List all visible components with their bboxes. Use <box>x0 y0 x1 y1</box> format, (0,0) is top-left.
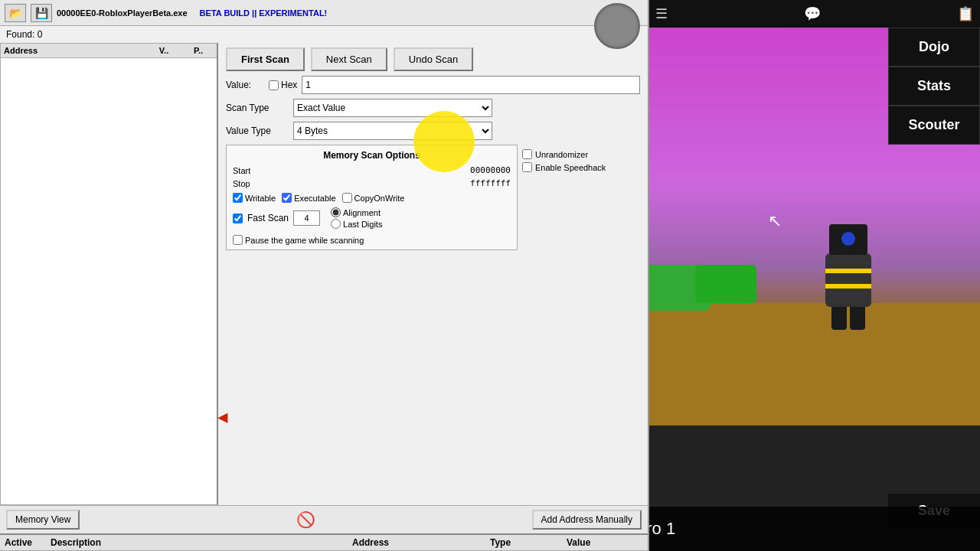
hex-checkbox-row: Hex <box>269 80 297 90</box>
executable-checkbox[interactable] <box>282 193 292 203</box>
memory-checkboxes: Writable Executable CopyOnWrite <box>233 193 511 203</box>
memory-scan-options: Memory Scan Options Start 00000000 Stop … <box>226 145 518 250</box>
unrandomizer-checkbox[interactable] <box>522 149 532 159</box>
undo-scan-button[interactable]: Undo Scan <box>394 47 473 71</box>
cheat-engine-panel: 📂 💾 00000EE0-RobloxPlayerBeta.exe BETA B… <box>0 0 649 551</box>
value-row: Value: Hex <box>226 76 640 94</box>
address-table-header: Active Description Address Type Value <box>0 535 648 551</box>
scan-type-row: Scan Type Exact Value Bigger than... Sma… <box>226 99 640 117</box>
address-col-header: Address <box>4 46 145 55</box>
table-desc-col: Description <box>51 537 352 548</box>
alignment-radio[interactable] <box>331 207 341 217</box>
value-input[interactable] <box>302 76 640 94</box>
beta-build-label: BETA BUILD || EXPERIMENTAL! <box>200 8 328 18</box>
scan-type-label: Scan Type <box>226 103 287 113</box>
next-scan-button[interactable]: Next Scan <box>311 47 387 71</box>
game-menu: Dojo Stats Scouter <box>888 28 980 145</box>
pause-checkbox[interactable] <box>233 235 243 245</box>
stop-value: ffffffff <box>264 178 511 188</box>
value-type-label: Value Type <box>226 126 287 136</box>
address-table-area: Active Description Address Type Value <box>0 533 648 551</box>
scan-left: Memory Scan Options Start 00000000 Stop … <box>226 145 518 250</box>
alignment-label: Alignment <box>343 208 381 217</box>
add-address-button[interactable]: Add Address Manually <box>532 510 642 530</box>
hamburger-icon[interactable]: ☰ <box>655 5 668 22</box>
scan-controls: First Scan Next Scan Undo Scan Value: He… <box>218 43 648 505</box>
copyonwrite-checkbox[interactable] <box>342 193 352 203</box>
first-scan-button[interactable]: First Scan <box>226 47 305 71</box>
game-panel: ☰ 💬 📋 ↖ Dojo Stats S <box>649 0 980 551</box>
last-digits-radio-item: Last Digits <box>331 219 382 229</box>
alignment-radio-group: Alignment Last Digits <box>331 207 382 229</box>
robot-character <box>825 253 871 307</box>
memory-view-button[interactable]: Memory View <box>6 510 80 530</box>
table-addr-col: Address <box>352 537 490 548</box>
copyonwrite-label: CopyOnWrite <box>354 194 405 203</box>
pause-check-item: Pause the game while scanning <box>233 235 511 245</box>
unrandomizer-label: Unrandomizer <box>535 150 588 159</box>
robot-leg-right <box>850 307 865 330</box>
subtitle-bar: una vez que lo habren,en value pone el n… <box>649 507 980 551</box>
game-topbar: ☰ 💬 📋 <box>649 0 980 28</box>
hex-label: Hex <box>281 80 297 90</box>
fast-scan-row: Fast Scan Alignment Last Digits <box>233 207 511 229</box>
unrandomizer-check-item: Unrandomizer <box>522 149 635 159</box>
address-list-body <box>1 58 217 504</box>
speedhack-label: Enable Speedhack <box>535 163 606 172</box>
main-area: Address V.. P.. ► First Scan Next Scan U… <box>0 43 648 505</box>
save-file-button[interactable]: 💾 <box>31 4 52 22</box>
arrow-pointer-icon: ► <box>214 409 231 429</box>
scan-type-select[interactable]: Exact Value Bigger than... Smaller than.… <box>293 99 492 117</box>
bottom-controls: Memory View 🚫 Add Address Manually <box>0 505 648 533</box>
scan-and-options: Memory Scan Options Start 00000000 Stop … <box>226 145 640 250</box>
executable-check-item: Executable <box>282 193 335 203</box>
clipboard-icon[interactable]: 📋 <box>957 5 974 22</box>
right-options: Unrandomizer Enable Speedhack <box>518 145 640 250</box>
found-bar: Found: 0 <box>0 26 648 43</box>
stats-button[interactable]: Stats <box>888 67 980 106</box>
robot-stripe-top <box>825 269 871 273</box>
scouter-button[interactable]: Scouter <box>888 106 980 145</box>
writable-checkbox[interactable] <box>233 193 243 203</box>
fast-scan-checkbox[interactable] <box>233 214 243 223</box>
table-type-col: Type <box>490 537 567 548</box>
chat-icon[interactable]: 💬 <box>804 5 821 22</box>
title-bar: 📂 💾 00000EE0-RobloxPlayerBeta.exe BETA B… <box>0 0 648 26</box>
value-type-select[interactable]: 1 Byte 2 Bytes 4 Bytes 8 Bytes Float Dou… <box>293 122 492 140</box>
start-label: Start <box>233 166 260 175</box>
robot-body <box>825 253 871 307</box>
fast-scan-label: Fast Scan <box>247 213 289 223</box>
robot-eye <box>841 232 855 246</box>
value-type-row: Value Type 1 Byte 2 Bytes 4 Bytes 8 Byte… <box>226 122 640 140</box>
last-digits-radio[interactable] <box>331 219 341 229</box>
writable-check-item: Writable <box>233 193 276 203</box>
prev-col-header: P.. <box>183 46 214 55</box>
start-value: 00000000 <box>264 165 511 175</box>
start-row: Start 00000000 <box>233 165 511 175</box>
fast-scan-input[interactable] <box>293 210 320 226</box>
alignment-radio-item: Alignment <box>331 207 382 217</box>
stop-label: Stop <box>233 179 260 188</box>
robot-leg-left <box>831 307 847 330</box>
hex-checkbox[interactable] <box>269 80 279 90</box>
green-platform-right <box>695 265 756 303</box>
pause-label: Pause the game while scanning <box>245 236 364 245</box>
exe-name-label: 00000EE0-RobloxPlayerBeta.exe <box>57 8 188 18</box>
writable-label: Writable <box>245 194 276 203</box>
robot-stripe-mid <box>825 284 871 289</box>
executable-label: Executable <box>294 194 335 203</box>
stop-icon[interactable]: 🚫 <box>296 509 317 530</box>
value-col-header: V.. <box>145 46 183 55</box>
table-active-col: Active <box>5 537 51 548</box>
speedhack-check-item: Enable Speedhack <box>522 162 635 172</box>
game-ground <box>649 303 980 425</box>
robot-head <box>829 224 867 255</box>
stop-row: Stop ffffffff <box>233 178 511 188</box>
address-list-panel: Address V.. P.. ► <box>0 43 218 505</box>
memory-scan-title: Memory Scan Options <box>233 150 511 161</box>
dojo-button[interactable]: Dojo <box>888 28 980 67</box>
last-digits-label: Last Digits <box>343 220 382 229</box>
open-folder-button[interactable]: 📂 <box>5 4 26 22</box>
table-val-col: Value <box>567 537 643 548</box>
speedhack-checkbox[interactable] <box>522 162 532 172</box>
